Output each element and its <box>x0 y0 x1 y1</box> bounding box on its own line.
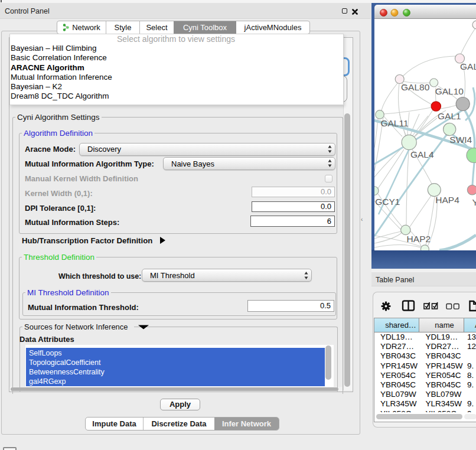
svg-text:GAL80: GAL80 <box>401 82 430 92</box>
svg-text:HAP4: HAP4 <box>435 195 459 205</box>
svg-text:GAL10: GAL10 <box>435 86 464 96</box>
svg-text:GAL2: GAL2 <box>460 61 476 71</box>
svg-text:GAL4: GAL4 <box>410 149 434 159</box>
svg-text:GCY1: GCY1 <box>375 197 400 207</box>
svg-text:HAP2: HAP2 <box>407 234 431 244</box>
svg-text:GAL11: GAL11 <box>380 118 408 128</box>
svg-text:SWI4: SWI4 <box>449 135 472 145</box>
svg-text:Y: Y <box>472 197 476 207</box>
svg-text:GAL1: GAL1 <box>438 111 461 121</box>
